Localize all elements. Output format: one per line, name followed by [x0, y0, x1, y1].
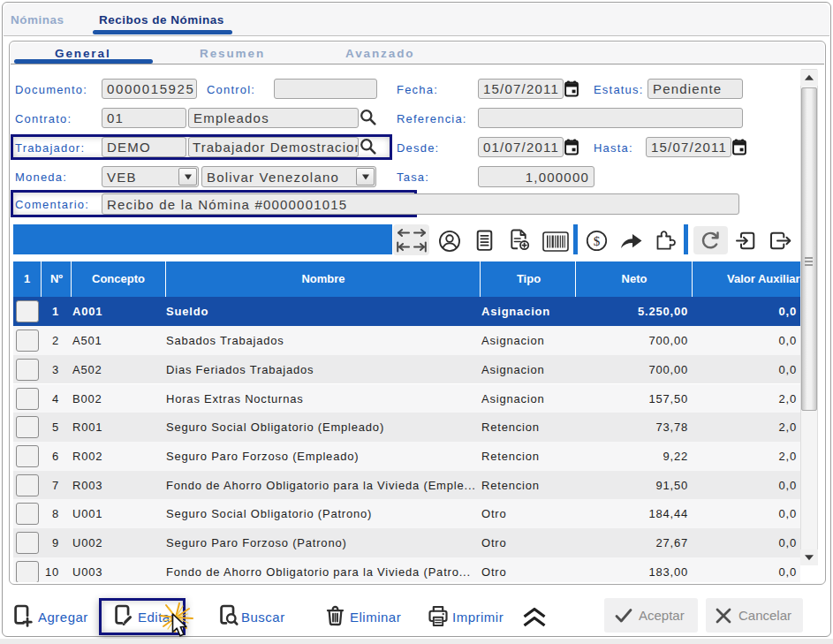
svg-text:$: $: [594, 234, 601, 248]
